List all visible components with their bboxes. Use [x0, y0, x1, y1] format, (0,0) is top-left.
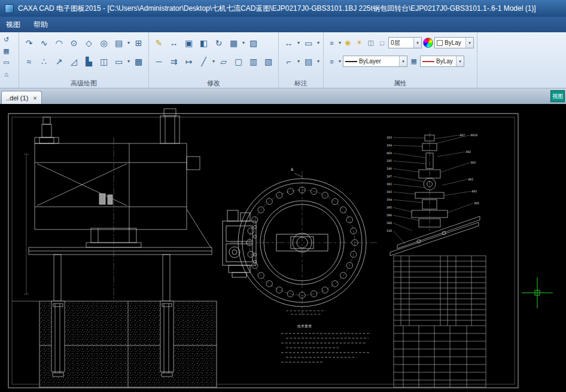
drawing-text-label: 303 — [387, 190, 392, 194]
drawing-text-label: 技术要求 — [297, 324, 312, 329]
polygon-tool-icon[interactable]: ◇ — [82, 36, 96, 50]
ray-tool-icon[interactable]: ↗ — [52, 54, 66, 68]
drawing-canvas[interactable]: 10310446A1051061073023033043053063083104… — [0, 104, 566, 392]
text-tool-icon-arrow[interactable]: ▾ — [317, 40, 319, 45]
rect-tool-icon-arrow[interactable]: ▾ — [127, 59, 130, 64]
palette-grid-icon[interactable]: ▦ — [1, 46, 11, 56]
linetype-value: ByLayer — [359, 58, 381, 65]
drawing-text-label: 103 — [387, 136, 392, 139]
rect-tool-icon[interactable]: ▭ — [112, 54, 126, 68]
curve-tool-icon[interactable]: ↷ — [22, 36, 36, 50]
ribbon-group-label: 修改 — [152, 78, 275, 88]
points-tool-icon[interactable]: ∴ — [37, 54, 51, 68]
quick-tool-strip: ↺▦▭⌂ — [0, 32, 19, 88]
grid-tool-icon[interactable]: ⊞ — [132, 36, 145, 50]
block-tool-icon[interactable]: ◫ — [97, 54, 111, 68]
undo-icon[interactable]: ↺ — [1, 35, 11, 45]
array-tool-icon-arrow[interactable]: ▾ — [242, 40, 245, 45]
stretch-tool-icon[interactable]: ⇉ — [167, 54, 181, 68]
chamfer-tool-icon[interactable]: ╱ — [197, 54, 211, 68]
leader-tool-icon[interactable]: ⌐ — [282, 54, 296, 68]
linetype-style-icon[interactable]: ≡ — [327, 56, 337, 66]
ribbon-group-3: ↔▾▭▾⌐▾▤▾标注 — [279, 32, 324, 88]
offset-tool-icon[interactable]: ▢ — [232, 54, 245, 68]
ribbon-group-2: ✎↔▣◧↻▦▾▨─⇉↦╱▾▱▢▥▧修改 — [149, 32, 279, 88]
chamfer-tool-icon-arrow[interactable]: ▾ — [212, 59, 215, 64]
mirror-tool-icon[interactable]: ◧ — [197, 36, 211, 50]
ribbon-group-label: 标注 — [282, 78, 320, 88]
lineweight-combo[interactable]: ByLay ▾ — [420, 56, 464, 67]
linetype-sample — [345, 61, 357, 62]
ribbon-group-label: 高级绘图 — [22, 78, 145, 88]
color-value: ByLay — [445, 39, 461, 46]
drawing-text-label: 302 — [387, 182, 392, 186]
solid-fill-tool-icon[interactable]: ▙ — [82, 54, 96, 68]
linetype-combo[interactable]: ByLayer ▾ — [343, 56, 407, 67]
home-icon[interactable]: ⌂ — [1, 69, 11, 79]
wave-tool-icon[interactable]: ≈ — [22, 54, 36, 68]
drawing-text-label: 105 — [387, 159, 392, 163]
color-wheel-icon[interactable] — [423, 38, 433, 48]
document-tab-bar: ..del (1) × 视图 — [0, 88, 566, 104]
triangle-tool-icon[interactable]: ◿ — [67, 54, 81, 68]
layer-combo-arrow[interactable]: ▾ — [413, 38, 421, 48]
region-fill-tool-icon[interactable]: ▩ — [132, 54, 145, 68]
drawing-text-label: 107 — [387, 174, 392, 178]
ribbon-group-label: 属性 — [327, 78, 474, 88]
drawing-text-label: 305 — [474, 201, 479, 205]
layer-value: 0层 — [391, 39, 400, 47]
drawing-text-label: 402 — [468, 177, 473, 181]
dimension-tool-icon[interactable]: ↔ — [282, 36, 296, 50]
rotate-tool-icon[interactable]: ↻ — [212, 36, 226, 50]
spline-tool-icon[interactable]: ∿ — [37, 36, 51, 50]
stamp-tool-icon[interactable]: ▨ — [247, 36, 260, 50]
array-tool-icon[interactable]: ▦ — [227, 36, 241, 50]
extend-tool-icon[interactable]: ↦ — [182, 54, 196, 68]
document-tab-label: ..del (1) — [6, 94, 28, 102]
menu-item-视图[interactable]: 视图 — [6, 20, 20, 30]
document-tab[interactable]: ..del (1) × — [1, 91, 42, 104]
center-circle-tool-icon[interactable]: ⊙ — [67, 36, 81, 50]
arc-tool-icon[interactable]: ◠ — [52, 36, 66, 50]
copy-tool-icon[interactable]: ▣ — [182, 36, 196, 50]
hatch-tool-icon[interactable]: ▤ — [112, 36, 126, 50]
lineweight-combo-arrow[interactable]: ▾ — [456, 56, 464, 66]
linetype-style-arrow[interactable]: ▾ — [339, 59, 341, 64]
scale-tool-icon[interactable]: ▱ — [217, 54, 230, 68]
drawing-text-label: 310 — [387, 229, 392, 232]
explode-tool-icon[interactable]: ▥ — [247, 54, 260, 68]
hatch-tool-icon-arrow[interactable]: ▾ — [127, 40, 130, 45]
tab-close-icon[interactable]: × — [33, 94, 36, 102]
break-tool-icon[interactable]: ▧ — [261, 54, 275, 68]
dimension-tool-icon-arrow[interactable]: ▾ — [297, 40, 300, 45]
drawing-text-label: 403 — [471, 189, 477, 193]
menu-item-帮助[interactable]: 帮助 — [34, 20, 48, 30]
move-tool-icon[interactable]: ↔ — [167, 36, 181, 50]
window-title: CAXA CAD 电子图板2015 - [C:\Users\Administra… — [18, 4, 536, 14]
table-tool-icon[interactable]: ▤ — [302, 54, 315, 68]
layer-print-icon[interactable]: ◫ — [366, 38, 376, 48]
color-combo[interactable]: ByLay ▾ — [434, 37, 474, 48]
layer-sun-icon[interactable]: ☀ — [354, 38, 364, 48]
text-tool-icon[interactable]: ▭ — [302, 36, 315, 50]
linetype-combo-arrow[interactable]: ▾ — [399, 56, 407, 66]
drawing-text-label: 306 — [387, 213, 392, 217]
layer-bulb-icon[interactable]: ◉ — [343, 38, 353, 48]
leader-tool-icon-arrow[interactable]: ▾ — [297, 59, 300, 64]
lineweight-sample — [422, 61, 434, 62]
menu-bar: 视图帮助 — [0, 17, 566, 32]
color-combo-arrow[interactable]: ▾ — [465, 38, 473, 48]
view-corner-badge[interactable]: 视图 — [550, 90, 565, 102]
lineweight-grid-icon[interactable]: ▦ — [409, 56, 419, 66]
new-doc-icon[interactable]: ▭ — [1, 57, 11, 68]
ribbon-group-properties: ≡ ▾ ◉ ☀ ◫ □ 0层 ▾ ByLay — [324, 32, 477, 88]
donut-tool-icon[interactable]: ◎ — [97, 36, 111, 50]
table-tool-icon-arrow[interactable]: ▾ — [317, 59, 319, 64]
layer-style-icon[interactable]: ≡ — [327, 38, 337, 48]
trim-tool-icon[interactable]: ─ — [152, 54, 166, 68]
sketch-edit-icon[interactable]: ✎ — [152, 36, 166, 50]
layer-style-arrow[interactable]: ▾ — [339, 40, 341, 45]
drawing-text-label: 104 — [387, 143, 392, 147]
layer-lock-icon[interactable]: □ — [377, 38, 387, 48]
layer-combo[interactable]: 0层 ▾ — [388, 37, 422, 48]
